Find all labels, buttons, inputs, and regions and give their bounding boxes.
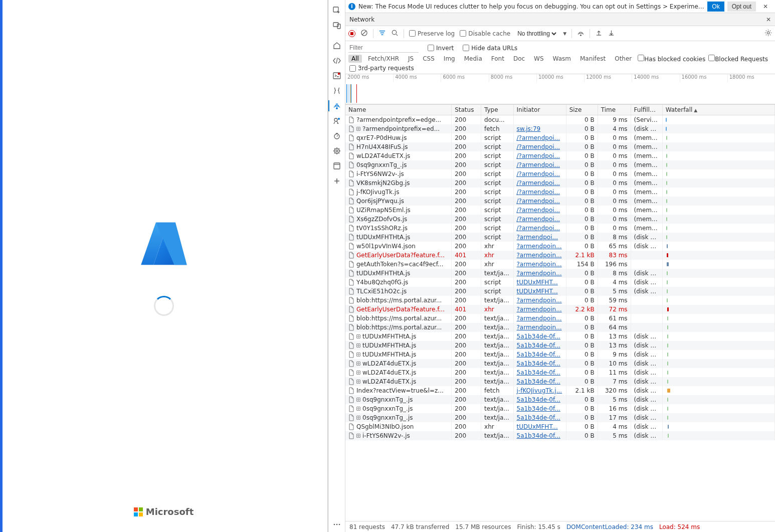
- initiator-link[interactable]: 5a1b34de-0f...: [517, 405, 560, 412]
- column-header-initiator[interactable]: Initiator: [513, 105, 566, 115]
- import-har-icon[interactable]: [595, 29, 603, 38]
- application-tab-icon[interactable]: [328, 158, 345, 173]
- filter-icon[interactable]: [378, 29, 386, 38]
- clear-button[interactable]: [360, 29, 368, 38]
- info-ok-button[interactable]: Ok: [707, 2, 724, 12]
- table-row[interactable]: Qor6jsjPYwqu.js200script/?armendpoi...0 …: [345, 197, 775, 206]
- initiator-link[interactable]: sw.js:79: [517, 125, 541, 132]
- table-row[interactable]: tUDUxMFHTHtA.js200text/ja...5a1b34de-0f.…: [345, 332, 775, 341]
- initiator-link[interactable]: 5a1b34de-0f...: [517, 342, 560, 349]
- table-row[interactable]: w50l1pvVInW4.json200xhr?armendpoin...0 B…: [345, 242, 775, 251]
- info-close-icon[interactable]: ✕: [759, 3, 772, 10]
- table-row[interactable]: GetEarlyUserData?feature.f...401xhr?arme…: [345, 305, 775, 314]
- filter-type-manifest[interactable]: Manifest: [577, 55, 609, 63]
- initiator-link[interactable]: ?armendpoin...: [517, 306, 562, 313]
- inspect-element-icon[interactable]: [328, 3, 345, 18]
- elements-tab-icon[interactable]: [328, 53, 345, 68]
- table-row[interactable]: ?armendpointprefix=edge...200docu...0 B9…: [345, 115, 775, 125]
- filter-type-css[interactable]: CSS: [420, 55, 438, 63]
- initiator-link[interactable]: /?armendpoi...: [517, 198, 560, 205]
- initiator-link[interactable]: ?armendpoin...: [517, 324, 562, 331]
- initiator-link[interactable]: tUDUxMFHT...: [517, 279, 558, 286]
- table-row[interactable]: wLD2AT4duETX.js200text/ja...5a1b34de-0f.…: [345, 368, 775, 377]
- filter-type-ws[interactable]: WS: [531, 55, 546, 63]
- column-header-fulfille[interactable]: Fulfille...: [631, 105, 662, 115]
- column-header-size[interactable]: Size: [566, 105, 598, 115]
- initiator-link[interactable]: /?armendpoi...: [517, 216, 560, 223]
- filter-type-media[interactable]: Media: [461, 55, 485, 63]
- initiator-link[interactable]: /?armendpoi...: [517, 207, 560, 214]
- console-tab-icon[interactable]: [328, 68, 345, 83]
- initiator-link[interactable]: ?armendpoi...: [517, 234, 558, 241]
- initiator-link[interactable]: ?armendpoin...: [517, 270, 562, 277]
- filter-type-doc[interactable]: Doc: [510, 55, 528, 63]
- table-row[interactable]: tUDUxMFHTHtA.js200text/ja...5a1b34de-0f.…: [345, 341, 775, 350]
- table-row[interactable]: VK8smkjN2Gbg.js200script/?armendpoi...0 …: [345, 179, 775, 188]
- table-row[interactable]: Y4bu8Qzhq0fG.js200scripttUDUxMFHT...0 B4…: [345, 278, 775, 287]
- table-row[interactable]: i-FtYS6NW2v-.js200text/ja...5a1b34de-0f.…: [345, 431, 775, 440]
- disable-cache-checkbox[interactable]: Disable cache: [460, 30, 510, 37]
- hide-data-urls-checkbox[interactable]: Hide data URLs: [463, 45, 517, 52]
- filter-type-wasm[interactable]: Wasm: [550, 55, 574, 63]
- initiator-link[interactable]: 5a1b34de-0f...: [517, 360, 560, 367]
- table-row[interactable]: tV0Y1sSShORz.js200script/?armendpoi...0 …: [345, 224, 775, 233]
- blocked-cookies-checkbox[interactable]: Has blocked cookies: [638, 55, 705, 63]
- table-row[interactable]: blob:https://ms.portal.azur...200text/ja…: [345, 296, 775, 305]
- welcome-tab-icon[interactable]: [328, 38, 345, 53]
- table-row[interactable]: 0sq9gnxxnTg_.js200text/ja...5a1b34de-0f.…: [345, 413, 775, 422]
- table-row[interactable]: blob:https://ms.portal.azur...200text/ja…: [345, 314, 775, 323]
- initiator-link[interactable]: 5a1b34de-0f...: [517, 414, 560, 421]
- device-toolbar-icon[interactable]: [328, 18, 345, 33]
- table-row[interactable]: Index?reactView=true&l=z...200fetchj-fKO…: [345, 386, 775, 395]
- network-requests-table[interactable]: NameStatusTypeInitiatorSizeTimeFulfille.…: [345, 104, 775, 521]
- invert-checkbox[interactable]: Invert: [428, 45, 454, 52]
- table-row[interactable]: H7nU4X48IFuS.js200script/?armendpoi...0 …: [345, 142, 775, 151]
- initiator-link[interactable]: /?armendpoi...: [517, 152, 560, 159]
- table-row[interactable]: j-fKOJivugTk.js200script/?armendpoi...0 …: [345, 188, 775, 197]
- column-header-time[interactable]: Time: [598, 105, 631, 115]
- filter-type-other[interactable]: Other: [612, 55, 635, 63]
- table-row[interactable]: UZiRmapN5Eml.js200script/?armendpoi...0 …: [345, 206, 775, 215]
- initiator-link[interactable]: /?armendpoi...: [517, 170, 560, 178]
- table-row[interactable]: qxrE7-P0dHuw.js200script/?armendpoi...0 …: [345, 133, 775, 142]
- memory-tab-icon[interactable]: [328, 143, 345, 158]
- performance-tab-icon[interactable]: [328, 128, 345, 143]
- initiator-link[interactable]: ?armendpoin...: [517, 315, 562, 322]
- more-tools-icon[interactable]: [328, 517, 345, 532]
- filter-type-font[interactable]: Font: [488, 55, 507, 63]
- column-header-waterfall[interactable]: Waterfall: [662, 105, 774, 115]
- initiator-link[interactable]: ?armendpoin...: [517, 243, 562, 250]
- table-row[interactable]: Xs6gzZDofvOs.js200script/?armendpoi...0 …: [345, 215, 775, 224]
- initiator-link[interactable]: 5a1b34de-0f...: [517, 351, 560, 358]
- settings-gear-icon[interactable]: [764, 29, 772, 38]
- table-row[interactable]: 0sq9gnxxnTg_.js200script/?armendpoi...0 …: [345, 160, 775, 169]
- filter-input[interactable]: [348, 43, 419, 53]
- table-row[interactable]: QSgblMi3NIbO.json200xhrtUDUxMFHT...0 B4 …: [345, 422, 775, 431]
- initiator-link[interactable]: /?armendpoi...: [517, 134, 560, 141]
- table-row[interactable]: wLD2AT4duETX.js200script/?armendpoi...0 …: [345, 151, 775, 160]
- filter-type-fetchxhr[interactable]: Fetch/XHR: [365, 55, 402, 63]
- network-tab-icon[interactable]: [328, 98, 345, 113]
- initiator-link[interactable]: /?armendpoi...: [517, 189, 560, 196]
- network-conditions-icon[interactable]: [577, 29, 585, 38]
- initiator-link[interactable]: 5a1b34de-0f...: [517, 396, 560, 403]
- table-row[interactable]: GetEarlyUserData?feature.f...401xhr?arme…: [345, 251, 775, 260]
- more-tabs-icon[interactable]: [328, 173, 345, 189]
- initiator-link[interactable]: 5a1b34de-0f...: [517, 432, 560, 439]
- initiator-link[interactable]: 5a1b34de-0f...: [517, 378, 560, 385]
- search-icon[interactable]: [391, 29, 399, 38]
- network-timeline-overview[interactable]: 2000 ms4000 ms6000 ms8000 ms10000 ms1200…: [345, 74, 775, 104]
- third-party-checkbox[interactable]: 3rd-party requests: [349, 65, 414, 72]
- table-row[interactable]: blob:https://ms.portal.azur...200text/ja…: [345, 323, 775, 332]
- initiator-link[interactable]: /?armendpoi...: [517, 180, 560, 187]
- blocked-requests-checkbox[interactable]: Blocked Requests: [708, 55, 768, 63]
- initiator-link[interactable]: /?armendpoi...: [517, 225, 560, 232]
- initiator-link[interactable]: ?armendpoin...: [517, 252, 562, 259]
- table-row[interactable]: ?armendpointprefix=ed...200fetchsw.js:79…: [345, 124, 775, 133]
- table-row[interactable]: i-FtYS6NW2v-.js200script/?armendpoi...0 …: [345, 169, 775, 179]
- initiator-link[interactable]: 5a1b34de-0f...: [517, 333, 560, 340]
- sources-tab-icon[interactable]: [328, 83, 345, 98]
- table-row[interactable]: wLD2AT4duETX.js200text/ja...5a1b34de-0f.…: [345, 377, 775, 386]
- initiator-link[interactable]: /?armendpoi...: [517, 161, 560, 168]
- column-header-name[interactable]: Name: [345, 105, 452, 115]
